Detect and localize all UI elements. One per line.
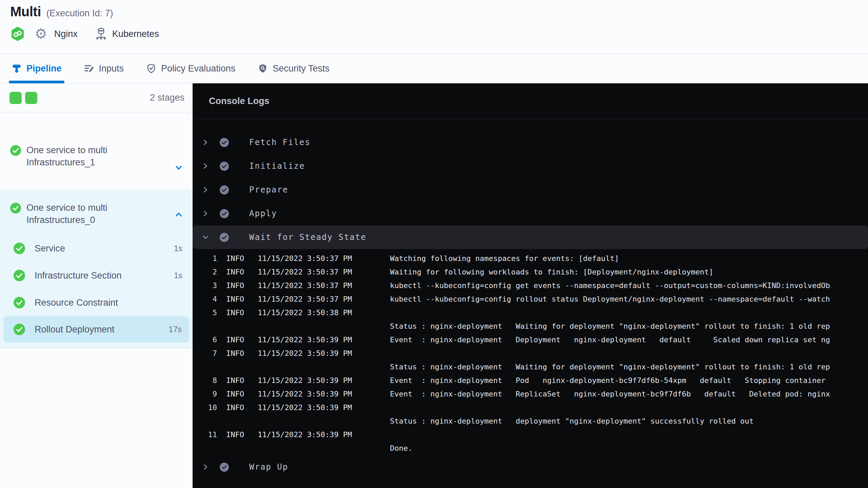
log-line: 11INFO11/15/2022 3:50:39 PM: [193, 428, 868, 442]
log-line: 10INFO11/15/2022 3:50:39 PM: [193, 401, 868, 414]
chevron-right-icon[interactable]: [201, 138, 210, 146]
log-message: Event : nginx-deployment ReplicaSet ngin…: [390, 387, 868, 401]
stage-success-square-2[interactable]: [25, 92, 37, 104]
log-level: INFO: [217, 347, 258, 360]
pipeline-icon: [12, 63, 22, 74]
log-message: kubectl --kubeconfig=config get events -…: [390, 279, 868, 292]
policy-shield-check-icon: [146, 63, 156, 74]
step-label: Resource Constraint: [35, 298, 118, 308]
harness-logo-icon: [10, 26, 25, 41]
tab-security-tests[interactable]: Security Tests: [258, 54, 330, 83]
chevron-down-icon[interactable]: [174, 163, 184, 173]
step-success-check-icon: [14, 243, 25, 254]
step-list: Service 1s Infrastructure Section 1s Res…: [0, 235, 193, 343]
stage-row-infrastructures-0[interactable]: One service to multi Infrastructures_0: [0, 203, 193, 226]
log-line-number: [193, 360, 217, 374]
chevron-right-icon[interactable]: [201, 186, 210, 194]
log-timestamp: 11/15/2022 3:50:39 PM: [258, 347, 390, 360]
stage-name: One service to multi Infrastructures_0: [26, 202, 159, 226]
log-line-number: 11: [193, 428, 217, 442]
console-step-initialize[interactable]: Initialize: [193, 154, 868, 178]
log-timestamp: 11/15/2022 3:50:39 PM: [258, 428, 390, 442]
log-message: Event : nginx-deployment Deployment ngin…: [390, 333, 868, 347]
service-chip-label[interactable]: Nginx: [54, 29, 78, 39]
stage-sidebar: 2 stages One service to multi Infrastruc…: [0, 83, 193, 488]
console-step-wrap-up[interactable]: Wrap Up: [193, 455, 868, 479]
log-line: 2INFO11/15/2022 3:50:37 PMWaiting for fo…: [193, 265, 868, 279]
log-line-number: 6: [193, 333, 217, 347]
stage-success-square-1[interactable]: [9, 92, 22, 104]
log-level: INFO: [217, 428, 258, 442]
log-line: 5INFO11/15/2022 3:50:38 PM: [193, 306, 868, 320]
tab-pipeline[interactable]: Pipeline: [12, 54, 62, 83]
infra-chip-label[interactable]: Kubernetes: [112, 29, 159, 39]
stages-summary-bar: 2 stages: [0, 83, 193, 113]
chevron-down-icon[interactable]: [201, 233, 210, 241]
stage-row-infrastructures-1[interactable]: One service to multi Infrastructures_1: [0, 113, 193, 190]
step-success-badge-icon: [220, 138, 229, 147]
log-line: 3INFO11/15/2022 3:50:37 PMkubectl --kube…: [193, 279, 868, 292]
log-timestamp: [258, 360, 390, 374]
log-line-number: 4: [193, 292, 217, 306]
log-line: Status : nginx-deployment Waiting for de…: [193, 320, 868, 333]
step-row-service[interactable]: Service 1s: [0, 235, 193, 262]
log-line-number: 3: [193, 279, 217, 292]
log-line-number: 8: [193, 374, 217, 387]
log-message: Event : nginx-deployment Pod nginx-deplo…: [390, 374, 868, 387]
log-line-number: 5: [193, 306, 217, 320]
log-line-number: 9: [193, 387, 217, 401]
console-step-label: Prepare: [249, 185, 288, 195]
console-step-label: Fetch Files: [249, 138, 311, 147]
log-level: INFO: [217, 387, 258, 401]
step-row-rollout-deployment-selected[interactable]: Rollout Deployment 17s: [3, 316, 189, 343]
tab-security-tests-label: Security Tests: [273, 63, 330, 74]
log-line: Done.: [193, 442, 868, 455]
log-message: Waiting for following workloads to finis…: [390, 265, 868, 279]
log-line-number: 1: [193, 252, 217, 265]
chevron-right-icon[interactable]: [201, 162, 210, 170]
chevron-right-icon[interactable]: [201, 463, 210, 471]
log-line: 8INFO11/15/2022 3:50:39 PMEvent : nginx-…: [193, 374, 868, 387]
title-row: Multi (Execution Id: 7): [10, 4, 868, 19]
step-row-resource-constraint[interactable]: Resource Constraint: [0, 289, 193, 316]
log-message: kubectl --kubeconfig=config rollout stat…: [390, 292, 868, 306]
inputs-icon: [84, 63, 94, 74]
execution-id: (Execution Id: 7): [46, 8, 113, 19]
stages-count-label: 2 stages: [150, 93, 184, 103]
console-step-label: Apply: [249, 209, 277, 218]
step-success-check-icon: [14, 297, 25, 308]
console-step-wait-for-steady-state-expanded[interactable]: Wait for Steady State: [193, 225, 868, 249]
chevron-right-icon[interactable]: [201, 209, 210, 218]
log-timestamp: 11/15/2022 3:50:39 PM: [258, 387, 390, 401]
console-step-prepare[interactable]: Prepare: [193, 178, 868, 202]
step-success-check-icon: [14, 324, 25, 335]
log-line-number: 10: [193, 401, 217, 414]
step-row-infrastructure-section[interactable]: Infrastructure Section 1s: [0, 262, 193, 289]
log-line: 9INFO11/15/2022 3:50:39 PMEvent : nginx-…: [193, 387, 868, 401]
tab-inputs[interactable]: Inputs: [84, 54, 124, 83]
console-step-fetch-files[interactable]: Fetch Files: [193, 130, 868, 154]
console-step-apply[interactable]: Apply: [193, 202, 868, 225]
console-step-label: Wrap Up: [249, 462, 288, 472]
log-message: [390, 347, 868, 360]
log-timestamp: 11/15/2022 3:50:39 PM: [258, 374, 390, 387]
log-level: [217, 442, 258, 455]
page-header: Multi (Execution Id: 7) ⚙ Nginx: [0, 0, 868, 54]
log-level: INFO: [217, 279, 258, 292]
log-level: [217, 320, 258, 333]
step-success-badge-icon: [220, 463, 229, 472]
console-logs-panel: Console Logs Fetch Files Initialize: [193, 83, 868, 488]
log-level: [217, 414, 258, 428]
tab-inputs-label: Inputs: [99, 63, 124, 74]
console-logs-header: Console Logs: [193, 83, 868, 119]
log-message: Status : nginx-deployment Waiting for de…: [390, 320, 868, 333]
tab-policy-evaluations[interactable]: Policy Evaluations: [146, 54, 235, 83]
log-message: Status : nginx-deployment deployment "ng…: [390, 414, 868, 428]
log-message: [390, 401, 868, 414]
log-line: 7INFO11/15/2022 3:50:39 PM: [193, 347, 868, 360]
gear-icon: ⚙: [35, 26, 47, 41]
main-content: 2 stages One service to multi Infrastruc…: [0, 83, 868, 488]
log-level: INFO: [217, 306, 258, 320]
chevron-up-icon[interactable]: [174, 209, 184, 220]
log-timestamp: [258, 442, 390, 455]
